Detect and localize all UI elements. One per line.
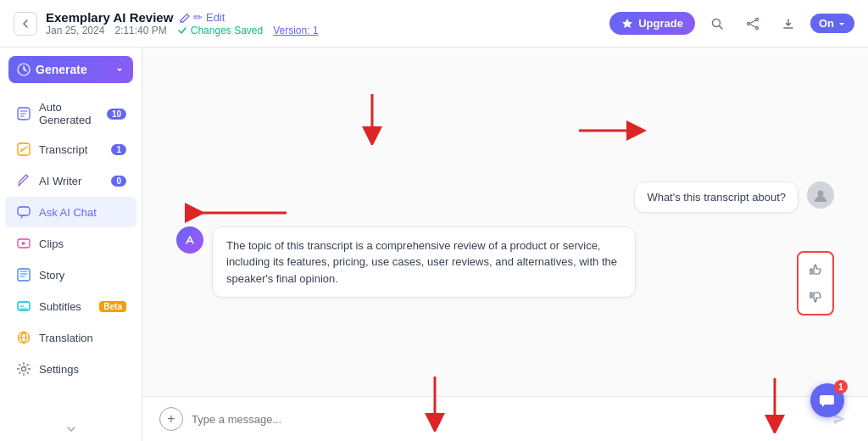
feedback-box <box>797 251 834 315</box>
sidebar-item-story-label: Story <box>39 269 64 282</box>
auto-generated-badge: 10 <box>107 109 126 120</box>
chat-messages: What's this transcript about? The topic … <box>142 47 868 396</box>
thumbs-up-button[interactable] <box>804 258 827 282</box>
ai-writer-badge: 0 <box>111 176 126 187</box>
chat-widget-badge: 1 <box>834 380 848 394</box>
user-message-text: What's this transcript about? <box>647 191 786 204</box>
header-title-row: Exemplary AI Review ✏ Edit <box>46 10 319 25</box>
sidebar-item-subtitles-label: Subtitles <box>39 300 81 313</box>
chat-widget-container: 1 <box>824 397 858 431</box>
main-layout: Generate Auto Generated 10 <box>0 47 868 441</box>
page-title: Exemplary AI Review <box>46 10 173 25</box>
svg-rect-9 <box>18 269 30 281</box>
user-avatar <box>807 181 834 209</box>
ai-avatar <box>176 226 203 254</box>
changes-saved-indicator: Changes Saved <box>177 25 263 36</box>
ai-message-text: The topic of this transcript is a compre… <box>226 239 617 285</box>
settings-icon <box>15 360 32 377</box>
sidebar-item-auto-generated-label: Auto Generated <box>39 101 107 126</box>
add-attachment-button[interactable]: + <box>159 407 183 431</box>
search-button[interactable] <box>704 10 731 37</box>
chat-widget-button[interactable]: 1 <box>810 383 844 417</box>
transcript-badge: 1 <box>111 144 126 155</box>
sidebar-item-clips[interactable]: Clips <box>5 228 136 259</box>
subtitles-beta-badge: Beta <box>99 301 126 312</box>
subtitles-icon <box>15 298 32 315</box>
user-message-bubble: What's this transcript about? <box>634 181 798 213</box>
edit-label: ✏ Edit <box>193 11 225 24</box>
generate-button[interactable]: Generate <box>8 56 133 83</box>
auto-generated-icon <box>15 105 32 122</box>
sidebar-nav: Auto Generated 10 Transcript 1 <box>0 90 142 417</box>
sidebar-item-translation[interactable]: Translation <box>5 322 136 353</box>
sidebar-item-settings[interactable]: Settings <box>5 354 136 384</box>
header-meta: Jan 25, 2024 2:11:40 PM Changes Saved Ve… <box>46 25 319 36</box>
message-input[interactable] <box>192 413 819 426</box>
header-date: Jan 25, 2024 <box>46 25 104 36</box>
feedback-container <box>797 251 834 315</box>
sidebar: Generate Auto Generated 10 <box>0 47 142 441</box>
sidebar-item-subtitles[interactable]: Subtitles Beta <box>5 291 136 321</box>
svg-point-18 <box>818 190 824 196</box>
sidebar-item-translation-label: Translation <box>39 332 93 344</box>
chat-input-area: + <box>142 396 868 441</box>
sidebar-item-transcript-label: Transcript <box>39 143 87 156</box>
sidebar-item-ai-writer[interactable]: AI Writer 0 <box>5 165 136 196</box>
ai-writer-icon <box>15 172 32 189</box>
header-title-section: Exemplary AI Review ✏ Edit Jan 25, 2024 … <box>46 10 319 36</box>
sidebar-item-clips-label: Clips <box>39 237 64 250</box>
ai-message-row: The topic of this transcript is a compre… <box>176 226 834 299</box>
svg-point-3 <box>755 26 758 29</box>
download-button[interactable] <box>775 10 802 37</box>
clips-icon <box>15 235 32 252</box>
chat-area: What's this transcript about? The topic … <box>142 47 868 441</box>
sidebar-scroll-down[interactable] <box>0 417 142 441</box>
header-time: 2:11:40 PM <box>114 25 166 36</box>
edit-button[interactable]: ✏ Edit <box>180 11 225 24</box>
svg-point-1 <box>755 18 758 20</box>
sidebar-item-story[interactable]: Story <box>5 260 136 290</box>
sidebar-item-ask-ai-chat[interactable]: Ask AI Chat <box>5 197 136 227</box>
upgrade-button[interactable]: Upgrade <box>609 12 695 35</box>
back-button[interactable] <box>14 12 37 36</box>
story-icon <box>15 266 32 283</box>
svg-point-12 <box>22 367 26 371</box>
translation-icon <box>15 329 32 346</box>
on-toggle-button[interactable]: On <box>810 14 854 33</box>
svg-point-2 <box>747 22 749 25</box>
version-link[interactable]: Version: 1 <box>273 25 318 36</box>
sidebar-item-ask-ai-chat-label: Ask AI Chat <box>39 206 97 219</box>
sidebar-item-transcript[interactable]: Transcript 1 <box>5 134 136 165</box>
header: Exemplary AI Review ✏ Edit Jan 25, 2024 … <box>0 0 868 47</box>
sidebar-item-auto-generated[interactable]: Auto Generated 10 <box>5 94 136 133</box>
share-button[interactable] <box>739 10 766 37</box>
ask-ai-chat-icon <box>15 204 32 220</box>
header-right: Upgrade On <box>609 10 854 37</box>
svg-rect-7 <box>18 207 30 215</box>
transcript-icon <box>15 141 32 158</box>
ai-message-bubble: The topic of this transcript is a compre… <box>212 226 636 299</box>
sidebar-item-settings-label: Settings <box>39 363 79 376</box>
sidebar-item-ai-writer-label: AI Writer <box>39 175 81 187</box>
header-left: Exemplary AI Review ✏ Edit Jan 25, 2024 … <box>14 10 319 36</box>
thumbs-down-button[interactable] <box>804 285 827 309</box>
user-message-row: What's this transcript about? <box>176 181 834 213</box>
